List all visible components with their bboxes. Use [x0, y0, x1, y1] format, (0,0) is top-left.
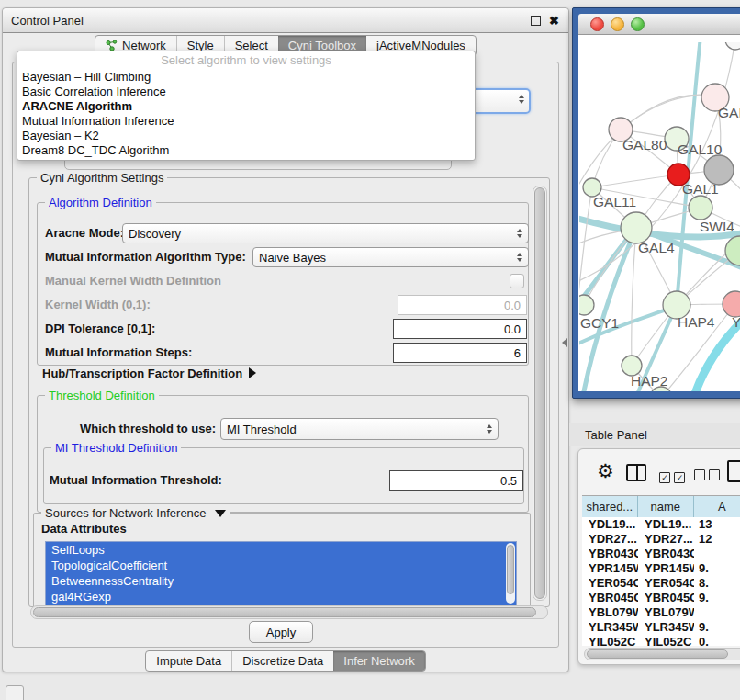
table-cell: YPR145W [582, 561, 638, 576]
attribute-item-betweennesscentrality[interactable]: BetweennessCentrality [46, 573, 516, 589]
table-cell: YBL079W [582, 605, 638, 620]
float-icon[interactable] [531, 16, 541, 26]
table-cell: YDR27... [638, 532, 694, 547]
network-edge[interactable] [592, 175, 678, 187]
data-attributes-list[interactable]: SelfLoopsTopologicalCoefficientBetweenne… [45, 541, 517, 607]
network-window-titlebar[interactable] [578, 14, 740, 35]
table-cell: YBR043C [582, 547, 638, 561]
node-label-gal80: GAL80 [622, 137, 667, 152]
table-cell: YLR345W [638, 620, 694, 635]
network-node[interactable] [723, 291, 740, 317]
which-threshold-value: MI Threshold [227, 423, 297, 436]
table-cell: 9. [694, 591, 740, 605]
spinner-icon [513, 95, 524, 104]
table-cell: YDL19... [582, 517, 638, 532]
threshold-definition-group: Threshold Definition Which threshold to … [37, 395, 529, 513]
mi-algorithm-type-select[interactable]: Naive Bayes [252, 247, 529, 267]
table-cell: YDR27... [582, 532, 638, 547]
algorithm-option-bayesian-k2[interactable]: Bayesian – K2 [17, 129, 475, 143]
table-row[interactable]: YDL19...YDL19...13 [582, 517, 740, 532]
select-all-checkbox-icon[interactable]: ✓ ✓ [659, 468, 685, 484]
tab-impute-data[interactable]: Impute Data [146, 651, 231, 671]
collapse-down-icon [215, 510, 226, 517]
minimized-panel-button[interactable] [6, 685, 24, 700]
table-row[interactable]: YDR27...YDR27...12 [582, 532, 740, 547]
table-row[interactable]: YBR045CYBR045C9. [582, 591, 740, 605]
attribute-item-topologicalcoefficient[interactable]: TopologicalCoefficient [46, 558, 516, 573]
spinner-icon [511, 253, 522, 262]
apply-button[interactable]: Apply [249, 621, 313, 643]
zoom-traffic-light[interactable] [631, 17, 645, 31]
table-row[interactable]: YLR345WYLR345W9. [582, 620, 740, 635]
spinner-icon [511, 229, 522, 238]
table-cell: YER054C [638, 576, 694, 591]
network-edge[interactable] [632, 228, 636, 366]
table-row[interactable]: YIL052CYIL052C0. [582, 635, 740, 646]
table-cell: YPR145W [638, 561, 694, 576]
control-panel-titlebar[interactable]: Control Panel ✖ [3, 8, 568, 33]
kernel-width-field[interactable]: 0.0 [398, 295, 527, 315]
table-hscrollbar-thumb[interactable] [587, 649, 728, 659]
table-cell: YBR043C [638, 547, 694, 561]
attribute-item-gal4rgexp[interactable]: gal4RGexp [46, 589, 516, 604]
network-node[interactable] [579, 295, 594, 315]
network-node[interactable] [725, 42, 740, 50]
network-node[interactable] [621, 212, 652, 243]
cyni-settings-title: Cyni Algorithm Settings [37, 171, 167, 185]
data-attributes-label: Data Attributes [41, 521, 127, 537]
columns-icon[interactable] [626, 464, 646, 481]
table-row[interactable]: YER054CYER054C8. [582, 576, 740, 591]
node-label-gal: GAL [718, 105, 740, 120]
close-icon[interactable]: ✖ [549, 15, 559, 27]
export-table-icon[interactable] [727, 460, 740, 482]
table-cell: 0. [694, 635, 740, 646]
algorithm-option-aracne-algorithm[interactable]: ARACNE Algorithm [17, 99, 475, 114]
network-node[interactable] [689, 196, 712, 220]
algorithm-option-mutual-information-inference[interactable]: Mutual Information Inference [17, 114, 475, 129]
table-row[interactable]: YBL079WYBL079W [582, 605, 740, 620]
manual-kernel-width-checkbox[interactable] [510, 274, 524, 288]
hub-definition-toggle[interactable]: Hub/Transcription Factor Definition [42, 366, 256, 382]
node-label-gal10: GAL10 [678, 141, 723, 157]
which-threshold-select[interactable]: MI Threshold [220, 418, 499, 440]
settings-scrollbar[interactable] [533, 186, 547, 601]
table-row[interactable]: YBR043CYBR043C [582, 547, 740, 561]
which-threshold-label: Which threshold to use: [80, 418, 216, 440]
column-header-shared[interactable]: shared... [582, 496, 638, 517]
close-traffic-light[interactable] [590, 17, 604, 31]
tab-discretize-data[interactable]: Discretize Data [231, 651, 333, 671]
mi-algorithm-type-label: Mutual Information Algorithm Type: [45, 247, 246, 267]
algorithm-option-basic-correlation-inference[interactable]: Basic Correlation Inference [17, 85, 475, 99]
gear-icon[interactable]: ⚙ [597, 461, 614, 480]
attribute-item-selfloops[interactable]: SelfLoops [46, 542, 516, 558]
network-canvas[interactable]: GALGAL80GAL10GAL11GAL1SWI4GAL4GCY1HAP4YH… [578, 35, 740, 391]
expand-right-icon [249, 367, 256, 378]
deselect-all-checkbox-icon[interactable] [694, 468, 720, 484]
mi-steps-field[interactable]: 6 [393, 343, 527, 363]
algorithm-definition-title: Algorithm Definition [45, 196, 156, 209]
dpi-tolerance-field[interactable]: 0.0 [393, 319, 527, 339]
attributes-scrollbar-thumb[interactable] [507, 545, 514, 594]
table-row[interactable]: YPR145WYPR145W9. [582, 561, 740, 576]
settings-hscrollbar-thumb[interactable] [33, 607, 536, 617]
cyni-settings-group: Cyni Algorithm Settings Algorithm Defini… [28, 177, 550, 607]
table-cell: YBR045C [582, 591, 638, 605]
table-cell: 8. [694, 576, 740, 591]
bottom-tabbar: Impute DataDiscretize DataInfer Network [145, 650, 425, 672]
aracne-mode-select[interactable]: Discovery [122, 223, 529, 243]
column-header-name[interactable]: name [638, 496, 694, 517]
algorithm-option-dream8-dc-tdc-algorithm[interactable]: Dream8 DC_TDC Algorithm [17, 143, 475, 158]
node-label-gal1: GAL1 [682, 181, 719, 197]
minimize-traffic-light[interactable] [611, 17, 624, 31]
mi-threshold-field[interactable]: 0.5 [389, 470, 523, 491]
split-divider-handle[interactable] [562, 338, 567, 347]
attributes-scrollbar[interactable] [506, 543, 515, 604]
table-hscrollbar[interactable] [584, 648, 740, 660]
algorithm-option-bayesian-hill-climbing[interactable]: Bayesian – Hill Climbing [17, 70, 475, 85]
tab-infer-network[interactable]: Infer Network [333, 651, 424, 671]
aracne-mode-value: Discovery [129, 227, 181, 241]
sources-title[interactable]: Sources for Network Inference [41, 506, 230, 520]
column-header-a[interactable]: A [694, 496, 740, 517]
settings-hscrollbar[interactable] [30, 605, 548, 619]
settings-scrollbar-thumb[interactable] [534, 187, 545, 599]
